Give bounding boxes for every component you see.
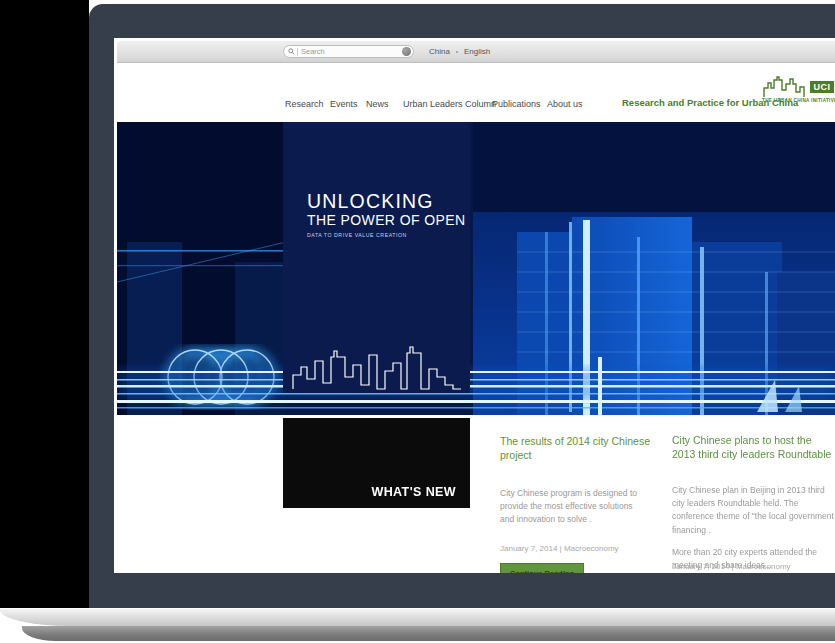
whats-new-heading: WHAT'S NEW (371, 485, 456, 499)
laptop-base-front (22, 626, 835, 641)
nav-research[interactable]: Research (285, 99, 324, 109)
article-body: City Chinese plan in Beijing in 2013 thi… (672, 484, 835, 572)
language-china-link[interactable]: China (429, 47, 450, 56)
logo-name: THE URBAN CHINA INITIATIVE (762, 98, 835, 103)
laptop-base (0, 608, 835, 626)
language-switcher: China English (429, 41, 490, 62)
nav-events[interactable]: Events (330, 99, 358, 109)
browser-toolbar: Search China English (117, 41, 835, 63)
whats-new-panel: WHAT'S NEW (283, 418, 470, 508)
skyline-outline-icon (291, 329, 463, 391)
search-divider (297, 48, 298, 56)
laptop-mockup: Search China English Research Events New… (0, 0, 835, 643)
nav-publications[interactable]: Publications (492, 99, 541, 109)
hero-cityscape-image (117, 122, 835, 415)
article-title-link[interactable]: The results of 2014 city Chinese project (500, 435, 658, 463)
language-separator (456, 51, 458, 53)
uci-logo[interactable]: UCI THE URBAN CHINA INITIATIVE (762, 71, 835, 103)
article-card: The results of 2014 city Chinese project (500, 435, 658, 463)
article-meta: January 7, 2014 | Macroeconomy (672, 562, 835, 571)
nav-urban-leaders-column[interactable]: Urban Leaders Column (403, 99, 496, 109)
article-body: City Chinese program is designed to prov… (500, 487, 658, 527)
article-card: City Chinese plans to host the 2013 thir… (672, 434, 835, 462)
hero-title-line1: UNLOCKING (307, 190, 434, 213)
article-title-link[interactable]: City Chinese plans to host the 2013 thir… (672, 434, 835, 462)
hero-slide-panel: UNLOCKING THE POWER OF OPEN DATA TO DRIV… (283, 122, 470, 393)
hero-title-line2: THE POWER OF OPEN (307, 212, 465, 228)
language-english-link[interactable]: English (464, 47, 490, 56)
nav-news[interactable]: News (366, 99, 389, 109)
logo-acronym: UCI (809, 80, 835, 94)
continue-reading-button[interactable]: Continue Reading (500, 563, 584, 573)
hero-subtitle: DATA TO DRIVE VALUE CREATION (307, 232, 407, 238)
hero-banner: UNLOCKING THE POWER OF OPEN DATA TO DRIV… (117, 122, 835, 415)
search-go-button[interactable] (402, 47, 411, 56)
logo-skyline-icon (762, 74, 808, 98)
laptop-screen: Search China English Research Events New… (114, 38, 835, 573)
background-black-panel (0, 0, 89, 610)
article-meta: January 7, 2014 | Macroeconomy (500, 544, 658, 553)
nav-about-us[interactable]: About us (547, 99, 583, 109)
search-input[interactable]: Search (283, 45, 414, 58)
search-icon (288, 48, 295, 55)
search-placeholder: Search (301, 47, 402, 56)
